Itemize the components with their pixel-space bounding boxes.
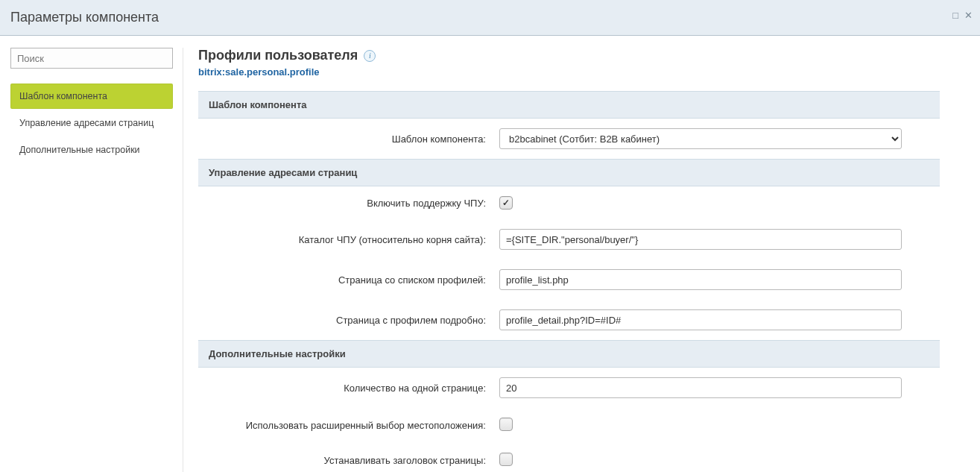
row-ext-location: Использовать расширенный выбор местополо… (198, 408, 940, 443)
component-path: bitrix:sale.personal.profile (198, 66, 940, 78)
label-detail-page: Страница с профилем подробно: (209, 315, 499, 326)
input-per-page[interactable] (499, 377, 902, 398)
label-set-title: Устанавливать заголовок страницы: (209, 455, 499, 466)
label-template: Шаблон компонента: (209, 133, 499, 145)
checkbox-sef-enable[interactable] (499, 196, 513, 210)
label-ext-location: Использовать расширенный выбор местополо… (209, 420, 499, 431)
page-title: Профили пользователя (198, 48, 358, 63)
maximize-icon[interactable]: □ (952, 10, 958, 20)
section-header-sef: Управление адресами страниц (198, 159, 940, 186)
label-list-page: Страница со списком профилей: (209, 274, 499, 286)
label-sef-folder: Каталог ЧПУ (относительно корня сайта): (209, 234, 499, 245)
row-list-page: Страница со списком профилей: (198, 259, 940, 300)
main: Профили пользователя i bitrix:sale.perso… (198, 48, 970, 472)
row-template: Шаблон компонента: b2bcabinet (Сотбит: B… (198, 119, 940, 159)
label-sef-enable: Включить поддержку ЧПУ: (209, 198, 499, 209)
input-detail-page[interactable] (499, 309, 902, 330)
window-controls: □ ✕ (952, 10, 973, 20)
row-sef-folder: Каталог ЧПУ (относительно корня сайта): (198, 219, 940, 259)
body: Шаблон компонента Управление адресами ст… (0, 36, 980, 472)
sidebar-item-sef[interactable]: Управление адресами страниц (10, 110, 173, 136)
sidebar: Шаблон компонента Управление адресами ст… (10, 48, 183, 472)
search-input[interactable] (10, 48, 173, 69)
row-set-title: Устанавливать заголовок страницы: (198, 443, 940, 472)
close-icon[interactable]: ✕ (964, 10, 973, 20)
label-per-page: Количество на одной странице: (209, 383, 499, 394)
titlebar: Параметры компонента □ ✕ (0, 0, 980, 36)
window-title: Параметры компонента (10, 10, 159, 25)
row-per-page: Количество на одной странице: (198, 368, 940, 408)
section-header-template: Шаблон компонента (198, 91, 940, 119)
checkbox-ext-location[interactable] (499, 418, 513, 431)
info-icon[interactable]: i (364, 50, 376, 62)
input-list-page[interactable] (499, 269, 902, 290)
input-sef-folder[interactable] (499, 229, 902, 250)
sidebar-item-extra[interactable]: Дополнительные настройки (10, 137, 173, 163)
sidebar-item-template[interactable]: Шаблон компонента (10, 84, 173, 109)
row-sef-enable: Включить поддержку ЧПУ: (198, 186, 940, 219)
checkbox-set-title[interactable] (499, 453, 513, 466)
select-template[interactable]: b2bcabinet (Сотбит: B2B кабинет) (499, 128, 902, 149)
section-header-extra: Дополнительные настройки (198, 340, 940, 368)
row-detail-page: Страница с профилем подробно: (198, 300, 940, 340)
page-head: Профили пользователя i bitrix:sale.perso… (198, 48, 940, 78)
